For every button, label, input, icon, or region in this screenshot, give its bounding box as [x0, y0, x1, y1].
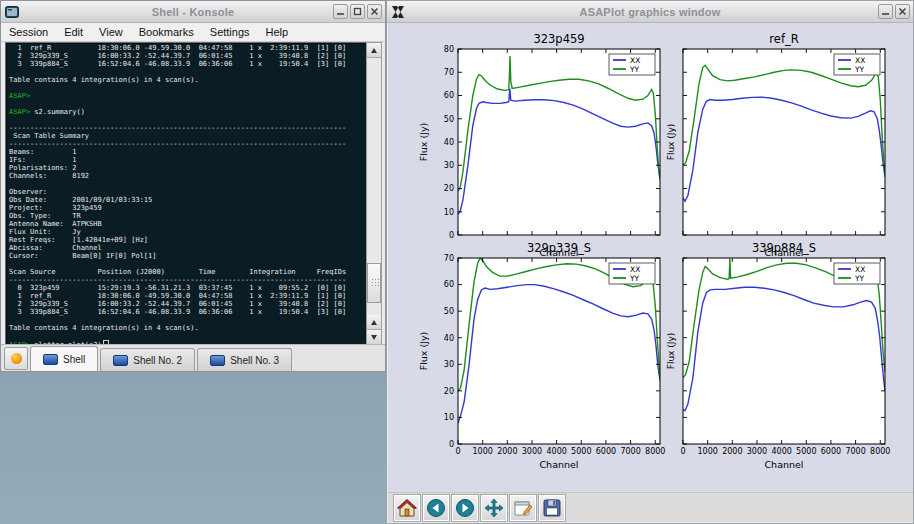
tab-shell-3[interactable]: Shell No. 3 [197, 348, 292, 371]
subplot-ref_R: ChannelFlux (Jy)XXYY [666, 49, 885, 258]
konsole-menubar: Session Edit View Bookmarks Settings Hel… [1, 23, 385, 42]
terminal-line: 1 ref_R 18:30:06.0 -49.59.30.0 04:47:58 … [9, 292, 366, 300]
close-button[interactable] [895, 4, 910, 19]
plot-text: 7000 [845, 447, 865, 456]
plot-text: YY [629, 274, 640, 283]
plot-text: Flux (Jy) [418, 123, 429, 162]
terminal-line: Cursor: Beam[0] IF[0] Pol[1] [9, 252, 366, 260]
tab-label: Shell No. 3 [230, 355, 279, 366]
terminal-line: Observer: [9, 188, 366, 196]
terminal-line: 3 339p884_S 16:52:04.6 -46.08.33.9 06:36… [9, 308, 366, 316]
asaplot-titlebar[interactable]: ASAPlot graphics window [387, 1, 913, 23]
legend: XXYY [609, 54, 655, 75]
tab-shell[interactable]: Shell [30, 346, 98, 371]
plot-text: 70 [444, 254, 454, 263]
terminal-line: 0 323p459 15:29:19.3 -56.31.21.3 03:37:4… [9, 284, 366, 292]
back-icon [426, 498, 446, 518]
plot-text: 30 [444, 161, 454, 170]
konsole-window-title: Shell - Konsole [1, 6, 385, 18]
plot-text: Channel [539, 459, 578, 470]
plot-text: 7000 [620, 447, 640, 456]
plot-text: 6000 [821, 447, 841, 456]
terminal-line: Beams: 1 [9, 148, 366, 156]
terminal[interactable]: 1 ref_R 18:30:06.0 -49.59.30.0 04:47:58 … [5, 42, 367, 346]
plot-text: 1000 [472, 447, 492, 456]
terminal-line [9, 68, 366, 76]
minimize-button[interactable] [333, 4, 348, 19]
menu-settings[interactable]: Settings [202, 26, 258, 38]
tab-shell-2[interactable]: Shell No. 2 [100, 348, 195, 371]
arrow-up-icon [371, 48, 377, 53]
plot-text: 60 [444, 91, 454, 100]
terminal-line [9, 100, 366, 108]
plot-text: 10 [444, 413, 454, 422]
plot-text: 0 [455, 447, 460, 456]
save-icon [542, 498, 562, 518]
terminal-line: ----------------------------------------… [9, 276, 366, 284]
plot-text: 10 [444, 208, 454, 217]
home-button[interactable] [394, 495, 420, 521]
back-button[interactable] [423, 495, 449, 521]
pan-button[interactable] [481, 495, 507, 521]
plot-text: YY [854, 65, 865, 74]
plot-text: 0 [449, 231, 454, 240]
tab-label: Shell [63, 354, 85, 365]
menu-session[interactable]: Session [1, 26, 56, 38]
terminal-line: Scan Table Summary [9, 132, 366, 140]
plot-text: 5000 [571, 447, 591, 456]
plot-text: 70 [444, 68, 454, 77]
subplots-button[interactable] [510, 495, 536, 521]
subplot-329p339_S: 0100020003000400050006000700080000102030… [418, 254, 665, 470]
konsole-window: Shell - Konsole Session Edit View Bookma… [0, 0, 386, 372]
save-button[interactable] [539, 495, 565, 521]
konsole-tabbar: Shell Shell No. 2 Shell No. 3 [1, 344, 385, 371]
scroll-up-button-2[interactable] [367, 315, 381, 330]
new-session-button[interactable] [4, 347, 28, 370]
menu-view[interactable]: View [91, 26, 131, 38]
plot-text: 60 [444, 280, 454, 289]
terminal-line: Channels: 8192 [9, 172, 366, 180]
terminal-line [9, 260, 366, 268]
terminal-scrollbar[interactable] [366, 42, 382, 346]
asaplot-window: ASAPlot graphics window 0102030405060708… [386, 0, 914, 524]
maximize-button[interactable] [350, 4, 365, 19]
terminal-line: ASAP> s2.summary() [9, 108, 366, 116]
scroll-up-button[interactable] [367, 43, 381, 58]
plot-text: 4000 [546, 447, 566, 456]
terminal-line: 1 ref_R 18:30:06.0 -49.59.30.0 04:47:58 … [9, 44, 366, 52]
plot-text: 2000 [722, 447, 742, 456]
plot-text: 20 [444, 387, 454, 396]
konsole-titlebar[interactable]: Shell - Konsole [1, 1, 385, 23]
asaplot-window-title: ASAPlot graphics window [387, 6, 913, 18]
plot-text: 2000 [497, 447, 517, 456]
tab-label: Shell No. 2 [133, 355, 182, 366]
terminal-line: ----------------------------------------… [9, 124, 366, 132]
legend: XXYY [609, 263, 655, 284]
minimize-button[interactable] [878, 4, 893, 19]
terminal-line: Obs. Type: TR [9, 212, 366, 220]
plot-text: Channel [764, 459, 803, 470]
terminal-line: Scan Source Position (J2000) Time Integr… [9, 268, 366, 276]
plot-text: 8000 [645, 447, 665, 456]
forward-button[interactable] [452, 495, 478, 521]
plot-text: YY [854, 274, 865, 283]
plots-svg: 01020304050607080ChannelFlux (Jy)XXYYCha… [388, 23, 913, 492]
desktop: Shell - Konsole Session Edit View Bookma… [0, 0, 914, 524]
terminal-line [9, 180, 366, 188]
session-orb-icon [11, 353, 22, 364]
subplots-icon [513, 498, 533, 518]
scroll-down-button[interactable] [367, 330, 381, 344]
plot-title-ref_R: ref_R [769, 32, 798, 46]
menu-help[interactable]: Help [258, 26, 297, 38]
terminal-line [9, 84, 366, 92]
figure-canvas[interactable]: 01020304050607080ChannelFlux (Jy)XXYYCha… [388, 23, 913, 492]
subplot-339p884_S: 010002000300040005000600070008000Channel… [666, 258, 890, 470]
menu-edit[interactable]: Edit [56, 26, 91, 38]
scrollbar-thumb[interactable] [367, 263, 381, 303]
close-button[interactable] [367, 4, 382, 19]
menu-bookmarks[interactable]: Bookmarks [131, 26, 202, 38]
terminal-line: 2 329p339_S 16:00:33.2 -52.44.39.7 06:01… [9, 52, 366, 60]
terminal-icon [43, 354, 58, 365]
plot-text: XX [855, 56, 865, 65]
plot-text: 3000 [747, 447, 767, 456]
